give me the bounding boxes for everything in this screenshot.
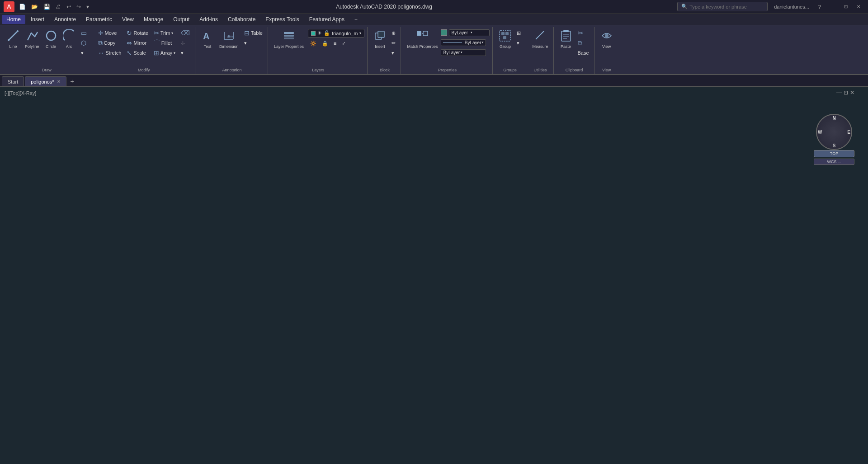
viewport-restore-btn[interactable]: — (836, 89, 842, 96)
viewport[interactable]: [-][Top][X-Ray] N S E W T (0, 87, 868, 464)
restore-btn[interactable]: ⊡ (840, 2, 852, 11)
svg-rect-9 (284, 32, 294, 34)
menu-manage[interactable]: Manage (139, 15, 168, 24)
mirror-btn[interactable]: ⇔ Mirror (124, 38, 150, 48)
close-btn[interactable]: ✕ (853, 2, 864, 11)
layer-dropdown[interactable]: ☀ 🔓 triangulo_m ▾ (308, 29, 364, 37)
open-file-btn[interactable]: 📂 (29, 3, 40, 11)
menu-annotate[interactable]: Annotate (50, 15, 80, 24)
compass-wcs-btn[interactable]: WCS ... (814, 159, 854, 165)
layer-tool-4[interactable]: ✓ (340, 38, 348, 48)
dimension-btn[interactable]: dim Dimension (217, 28, 241, 50)
copy-clipboard-icon: ⧉ (578, 39, 582, 47)
minimize-btn[interactable]: — (827, 2, 839, 11)
search-input[interactable] (689, 4, 762, 9)
draw-dropdown-btn[interactable]: ▾ (79, 48, 89, 58)
view-btn[interactable]: View (598, 28, 615, 50)
search-box[interactable]: 🔍 (677, 2, 768, 11)
viewport-maximize-btn[interactable]: ⊡ (844, 89, 848, 96)
save-btn[interactable]: 💾 (42, 3, 52, 11)
menu-insert[interactable]: Insert (26, 15, 49, 24)
layer-tool-1[interactable]: 🔆 (308, 38, 319, 48)
layer-tool-3[interactable]: ≡ (331, 38, 339, 48)
explode-icon: ⊹ (181, 40, 185, 46)
menu-view[interactable]: View (118, 15, 138, 24)
group-btn[interactable]: Group (496, 28, 514, 50)
copy-btn[interactable]: ⧉ Copy (96, 38, 124, 48)
array-btn[interactable]: ⊞ Array ▾ (151, 48, 178, 58)
layer-properties-icon (283, 29, 295, 43)
groups-dropdown-btn[interactable]: ▾ (514, 38, 523, 48)
layer-properties-btn[interactable]: Layer Properties (272, 28, 306, 50)
redo-btn[interactable]: ↪ (75, 3, 83, 11)
new-file-btn[interactable]: 📄 (17, 3, 28, 11)
app-logo[interactable]: A (4, 1, 14, 12)
measure-btn[interactable]: Measure (530, 28, 550, 50)
menu-express-tools[interactable]: Express Tools (261, 15, 303, 24)
line-btn[interactable]: Line (5, 28, 22, 50)
color-dropdown[interactable]: ByLayer ▾ (449, 29, 490, 36)
menu-extra[interactable]: + (350, 15, 362, 24)
menu-featured-apps[interactable]: Featured Apps (305, 15, 349, 24)
edit-block-btn[interactable]: ✏ (389, 38, 398, 48)
tab-poligonos-label: poligonos* (31, 79, 54, 84)
lineweight-row: ByLayer ▾ (441, 48, 490, 57)
menu-collaborate[interactable]: Collaborate (223, 15, 260, 24)
linetype-dropdown[interactable]: ByLayer ▾ (441, 39, 486, 46)
explode-btn[interactable]: ⊹ (179, 38, 192, 48)
modify-group-content: ✛ Move ⧉ Copy ↔ Stretch ↻ Rotate (96, 28, 193, 68)
tab-start[interactable]: Start (2, 76, 24, 86)
menu-output[interactable]: Output (169, 15, 194, 24)
compass-top-btn[interactable]: TOP (814, 150, 854, 157)
base-btn[interactable]: Base (576, 48, 591, 58)
modify-dropdown-btn[interactable]: ▾ (179, 48, 192, 58)
viewport-close-btn[interactable]: ✕ (850, 89, 854, 96)
viewport-label[interactable]: [-][Top][X-Ray] (5, 90, 36, 96)
help-btn[interactable]: ? (816, 3, 824, 10)
fillet-btn[interactable]: ⌒ Fillet (151, 38, 178, 48)
tab-close-btn[interactable]: ✕ (57, 79, 61, 84)
rectangle-btn[interactable]: ▭ (79, 28, 89, 38)
cut-btn[interactable]: ✂ (576, 28, 591, 38)
rotate-btn[interactable]: ↻ Rotate (124, 28, 150, 38)
quick-access-toolbar: 📄 📂 💾 🖨 ↩ ↪ ▾ (17, 3, 91, 11)
tab-add-btn[interactable]: + (67, 76, 77, 86)
annotation-dropdown-btn[interactable]: ▾ (242, 38, 265, 48)
undo-btn[interactable]: ↩ (65, 3, 73, 11)
stretch-btn[interactable]: ↔ Stretch (96, 48, 124, 58)
layer-tool-2[interactable]: 🔒 (320, 38, 330, 48)
paste-btn[interactable]: Paste (557, 28, 575, 50)
trim-btn[interactable]: ✂ Trim ▾ (151, 28, 178, 38)
print-btn[interactable]: 🖨 (54, 3, 63, 11)
view-icon (600, 29, 613, 43)
paste-icon (560, 29, 572, 43)
ungroup-btn[interactable]: ⊞ (514, 28, 523, 38)
arc-btn[interactable]: Arc (61, 28, 78, 50)
table-label: Table (251, 30, 263, 36)
menu-parametric[interactable]: Parametric (81, 15, 117, 24)
move-btn[interactable]: ✛ Move (96, 28, 124, 38)
polygon-btn[interactable]: ⬡ (79, 38, 89, 48)
scale-btn[interactable]: ⤡ Scale (124, 48, 150, 58)
utilities-group: Measure Utilities (527, 27, 553, 74)
drawing-area[interactable] (0, 87, 136, 155)
text-btn[interactable]: A Text (199, 28, 216, 50)
user-account-btn[interactable]: danielantunes... (771, 3, 812, 10)
polyline-btn[interactable]: Polyline (23, 28, 42, 50)
menu-home[interactable]: Home (2, 15, 25, 24)
block-dropdown-btn[interactable]: ▾ (389, 48, 398, 58)
erase-btn[interactable]: ⌫ (179, 28, 192, 38)
circle-btn[interactable]: Circle (42, 28, 60, 50)
copy-clipboard-btn[interactable]: ⧉ (576, 38, 591, 48)
match-properties-btn[interactable]: Match Properties (405, 28, 440, 50)
layers-group: Layer Properties ☀ 🔓 triangulo_m ▾ (269, 27, 368, 74)
menu-addins[interactable]: Add-ins (195, 15, 222, 24)
lineweight-dropdown[interactable]: ByLayer ▾ (441, 49, 486, 56)
table-btn[interactable]: ⊟ Table (242, 28, 265, 38)
insert-btn[interactable]: Insert (371, 28, 388, 50)
tab-poligonos[interactable]: poligonos* ✕ (25, 76, 66, 86)
create-block-btn[interactable]: ⊕ (389, 28, 398, 38)
more-btn[interactable]: ▾ (85, 3, 91, 11)
mirror-icon: ⇔ (127, 39, 132, 47)
group-label: Group (500, 44, 511, 49)
